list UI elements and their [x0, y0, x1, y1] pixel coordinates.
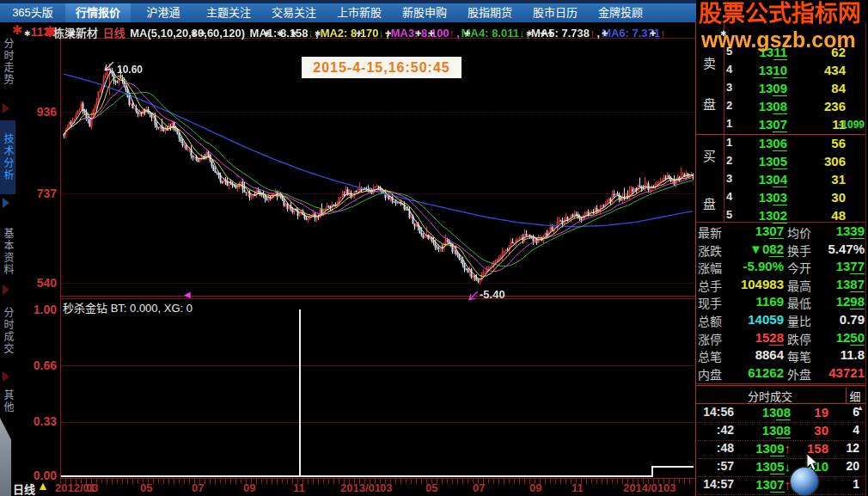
tick-time: 14:56: [698, 405, 734, 419]
menu-tab[interactable]: 新股申购: [392, 3, 457, 22]
sidebar-separator-icon: [3, 285, 9, 295]
panel-right-border: [865, 22, 866, 496]
sidebar-scroll-strip[interactable]: [0, 418, 11, 496]
ma-value: MA6: 7.371↑: [602, 27, 667, 40]
indicator-baseline: [61, 475, 652, 477]
chart-divider: [60, 296, 695, 297]
main-y-tick: 540: [17, 276, 57, 290]
orderbook-volume: 236: [792, 99, 846, 113]
x-axis-tick: 2014/01: [623, 481, 663, 494]
quote-value: 5.47%: [810, 242, 865, 256]
scroll-up-icon[interactable]: ▲: [857, 404, 864, 412]
menu-tab[interactable]: 交易关注: [261, 3, 327, 22]
tick-time: :42: [698, 423, 734, 437]
period-label[interactable]: 日线: [103, 27, 125, 40]
tick-price: 1308: [737, 405, 791, 419]
buy-label: 买: [703, 146, 716, 164]
quote-value: 104983: [727, 277, 784, 291]
signal-marker-icon: ◀: [184, 290, 191, 299]
quote-bottom-line: [696, 383, 865, 384]
quote-value: 1528: [727, 330, 784, 345]
quote-value: ▼082: [727, 242, 784, 256]
tick-volume: 19: [791, 405, 828, 419]
menu-tab[interactable]: 沪港通: [131, 3, 196, 22]
sparkle-icon: ✱: [24, 29, 31, 38]
quote-value: 11.8: [810, 347, 865, 362]
menu-tab[interactable]: 行情报价: [65, 3, 131, 22]
mouse-cursor-icon: [806, 454, 820, 473]
menu-tab[interactable]: 主题关注: [196, 3, 261, 22]
sidebar-separator-icon: [3, 198, 9, 208]
sub-y-tick: 0.66: [17, 358, 57, 372]
sidebar-item[interactable]: 分时成交: [0, 294, 15, 368]
buy-label: 盘: [703, 194, 716, 212]
quote-value: -5.90%: [727, 259, 784, 273]
indicator-spike: [299, 309, 301, 476]
sidebar-item[interactable]: 基本资料: [0, 215, 15, 288]
sub-y-tick: 1.00: [17, 303, 57, 316]
sparkle-icon: ✱: [526, 29, 533, 38]
tick-count: 1: [832, 477, 859, 491]
orderbook-price[interactable]: 1309: [732, 81, 787, 95]
orderbook-price[interactable]: 1303: [732, 190, 787, 205]
tick-price: 1308: [737, 423, 791, 438]
sparkle-icon: ✚: [356, 29, 363, 38]
menu-tab[interactable]: 股指期货: [457, 3, 523, 22]
menu-tab[interactable]: 股市日历: [523, 3, 588, 22]
sparkle-icon: ✱: [290, 29, 297, 38]
orderbook-price[interactable]: 1308: [732, 99, 787, 113]
tick-price: 1305↓: [737, 459, 791, 474]
sparkle-icon: ✱: [191, 29, 198, 38]
menu-bar: 365头版行情报价沪港通主题关注交易关注上市新股新股申购股指期货股市日历金牌投顾: [0, 0, 696, 22]
orderbook-volume: 30: [792, 190, 846, 205]
sparkle-icon: ✚: [415, 29, 422, 38]
bottom-period-label[interactable]: 日线: [13, 481, 35, 496]
quote-value: 14059: [727, 312, 784, 327]
x-axis-tick: 05: [425, 481, 437, 494]
x-axis-tick: 11: [293, 481, 305, 494]
orderbook-divider-line: [724, 22, 724, 222]
sparkle-icon: ✚: [540, 29, 547, 38]
orderbook-volume: 48: [792, 208, 846, 223]
sparkle-icon: ✚: [650, 29, 657, 38]
x-axis-tick: 05: [140, 481, 152, 494]
menu-tab[interactable]: 365头版: [0, 3, 65, 22]
orderbook-price[interactable]: 1302: [732, 208, 787, 223]
sub-indicator-label[interactable]: 秒杀金钻 BT: 0.000, XG: 0: [63, 299, 193, 315]
quote-value: 1307: [727, 224, 784, 238]
sub-gridline: [61, 365, 694, 366]
orderbook-volume: 306: [792, 154, 846, 168]
orderbook-price[interactable]: 1310: [732, 63, 787, 77]
sidebar-item[interactable]: 技术分析: [0, 120, 15, 194]
sell-label: 盘: [703, 95, 716, 113]
tick-count: 6: [832, 405, 859, 419]
timestamp-annotation: 2015-4-15,16:50:45: [302, 57, 462, 78]
tick-row-separator: [698, 494, 865, 495]
orderbook-price[interactable]: 1304: [732, 172, 787, 187]
low-arrow-icon: [466, 289, 480, 303]
x-axis-tick: 2013/01: [340, 481, 381, 494]
sparkle-icon: ✚: [547, 29, 554, 38]
orderbook-volume: 84: [792, 81, 846, 95]
red-ornament-icon: ✱: [44, 23, 56, 41]
sparkle-icon: ✚: [428, 29, 435, 38]
menu-tab[interactable]: 金牌投顾: [588, 3, 653, 22]
orderbook-volume: 434: [792, 63, 846, 77]
ma-value: MA1: 8.158↓,: [250, 27, 319, 40]
tick-count: 12: [832, 441, 859, 455]
sidebar-item[interactable]: 其他: [0, 382, 15, 421]
tick-detail-button[interactable]: 细: [846, 388, 864, 404]
sidebar-separator-icon: [3, 103, 9, 113]
orderbook-price[interactable]: 1305: [732, 154, 787, 168]
high-arrow-icon: [101, 60, 115, 74]
orderbook-price[interactable]: 1307: [732, 117, 787, 132]
orderbook-price[interactable]: 1306: [732, 136, 787, 150]
x-axis-tick: 03: [380, 481, 392, 494]
menu-tab[interactable]: 上市新股: [327, 3, 392, 22]
indicator-baseline-end: [651, 466, 694, 468]
tick-count: 4: [832, 423, 859, 437]
x-axis-tick: 03: [86, 481, 98, 494]
ma-settings-label[interactable]: MA(5,10,20,30,60,120): [130, 27, 245, 40]
stock-name: 栋梁新材: [53, 27, 98, 40]
x-axis-tick: 07: [473, 481, 485, 494]
